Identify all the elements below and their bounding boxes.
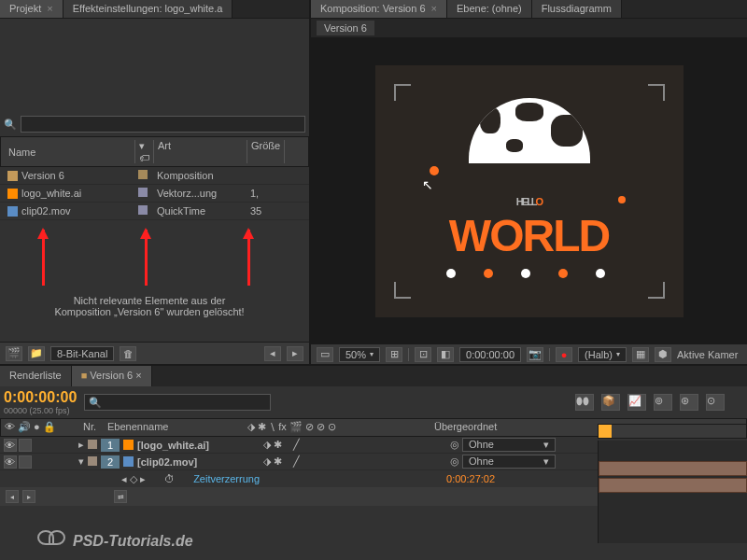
effect-controls-tab[interactable]: Effekteinstellungen: logo_white.a	[63, 0, 233, 18]
project-columns-header: Name ▾ 🏷 Art Größe	[0, 136, 309, 167]
timeline-tracks[interactable]	[598, 441, 747, 543]
ai-file-icon	[123, 440, 134, 450]
mask-button[interactable]: ◧	[437, 347, 454, 362]
expand-icon[interactable]: ▸	[75, 439, 88, 451]
timeline-comp-tab[interactable]: ■ Version 6 ×	[72, 366, 152, 386]
prev-key-button[interactable]: ◂	[6, 490, 19, 503]
quality-dropdown[interactable]: (Halb)	[578, 347, 627, 362]
expand-icon[interactable]: ▾	[75, 455, 88, 468]
zoom-dropdown[interactable]: 50%	[339, 347, 380, 362]
cursor-icon: ↖	[422, 177, 433, 192]
render-queue-tab[interactable]: Renderliste	[0, 366, 72, 386]
ai-file-icon	[7, 189, 18, 199]
viewer-timecode[interactable]: 0:00:00:00	[459, 347, 521, 362]
layer-tab[interactable]: Ebene: (ohne)	[447, 0, 532, 18]
resolution-button[interactable]: ⊞	[386, 347, 402, 362]
project-tab[interactable]: Projekt×	[0, 0, 63, 18]
butterfly-icon	[37, 530, 65, 553]
mov-file-icon	[123, 456, 134, 467]
annotation-overlay: Nicht relevante Elemente aus der Komposi…	[0, 220, 309, 342]
project-item[interactable]: Version 6 Komposition	[0, 167, 309, 185]
label-swatch[interactable]	[88, 456, 97, 466]
pickwhip-icon[interactable]: ◎	[450, 439, 459, 450]
next-key-button[interactable]: ▸	[22, 490, 35, 503]
visibility-toggle[interactable]: 👁	[4, 439, 17, 452]
project-footer-toolbar: 🎬 📁 8-Bit-Kanal 🗑 ◂ ▸	[0, 342, 309, 364]
lock-toggle[interactable]	[19, 439, 32, 452]
delete-button[interactable]: 🗑	[120, 346, 136, 361]
brainstorm-button[interactable]: ⊛	[680, 394, 698, 411]
preview-content: HELLO WORLD ↖	[375, 65, 684, 317]
col-header-tag[interactable]: ▾ 🏷	[135, 140, 154, 163]
col-header-size[interactable]: Größe	[247, 140, 285, 163]
layer-number: 2	[101, 455, 120, 469]
graph-button[interactable]: 📈	[627, 394, 646, 411]
composition-icon	[7, 171, 18, 181]
timeline-search-input[interactable]	[84, 394, 271, 411]
visibility-header: 👁 🔊 ● 🔒	[1, 421, 76, 434]
lock-toggle[interactable]	[19, 455, 32, 469]
composition-tab[interactable]: Komposition: Version 6×	[311, 0, 447, 18]
timeline-ruler[interactable]	[598, 424, 747, 439]
camera-label[interactable]: Aktive Kamer	[677, 349, 738, 360]
stopwatch-icon[interactable]: ⏱	[164, 473, 175, 484]
close-icon[interactable]: ×	[133, 370, 141, 381]
current-timecode[interactable]: 0:00:00:00	[4, 389, 77, 406]
parent-dropdown[interactable]: Ohne▾	[462, 438, 556, 452]
region-button[interactable]: ▭	[317, 347, 333, 362]
interpret-footage-button[interactable]: 🎬	[6, 346, 22, 361]
col-header-name[interactable]: Name	[5, 140, 135, 163]
switches-header: ⬗ ✱ ∖ fx 🎬 ⊘ ⊘ ⊙	[244, 421, 430, 434]
layer-switches[interactable]: ⬗ ✱ ╱	[260, 455, 446, 468]
layer-name-header[interactable]: Ebenenname	[104, 421, 244, 434]
scroll-right-button[interactable]: ▸	[287, 346, 303, 361]
visibility-toggle[interactable]: 👁	[4, 455, 17, 469]
bitdepth-button[interactable]: 8-Bit-Kanal	[50, 346, 114, 361]
comp-breadcrumb[interactable]: Version 6	[317, 21, 374, 35]
close-icon[interactable]: ×	[47, 3, 52, 14]
col-header-type[interactable]: Art	[154, 140, 247, 163]
project-search-input[interactable]	[21, 116, 305, 133]
3d-button[interactable]: ⬢	[655, 347, 671, 362]
draft3d-button[interactable]: ⬮⬮	[575, 394, 594, 411]
flowchart-tab[interactable]: Flussdiagramm	[532, 0, 622, 18]
motion-blur-button[interactable]: ⊚	[654, 394, 672, 411]
toggle-switches-button[interactable]: ⇄	[114, 490, 127, 503]
snapshot-button[interactable]: 📷	[527, 347, 543, 362]
mov-file-icon	[7, 206, 18, 217]
label-swatch[interactable]	[88, 440, 97, 449]
layer-number-header[interactable]: Nr.	[76, 421, 104, 434]
keyframe-nav[interactable]: ◂ ◇ ▸	[121, 473, 146, 485]
project-item[interactable]: logo_white.ai Vektorz...ung 1,	[0, 185, 309, 203]
close-icon[interactable]: ×	[431, 3, 437, 14]
label-swatch[interactable]	[138, 188, 148, 197]
fps-label: 00000 (25.00 fps)	[4, 406, 77, 415]
parent-header[interactable]: Übergeordnet	[430, 421, 561, 434]
transparency-button[interactable]: ▦	[632, 347, 649, 362]
layer-switches[interactable]: ⬗ ✱ ╱	[260, 439, 446, 451]
search-icon: 🔍	[4, 119, 17, 131]
label-swatch[interactable]	[138, 205, 148, 215]
viewer-toolbar: ▭ 50% ⊞ ⊡ ◧ 0:00:00:00 📷 ● (Halb) ▦ ⬢ Ak…	[311, 343, 747, 364]
scroll-left-button[interactable]: ◂	[264, 346, 281, 361]
time-remap-value[interactable]: 0:00:27:02	[446, 473, 495, 484]
auto-keyframe-button[interactable]: ⊙	[706, 394, 725, 411]
time-remap-property[interactable]: Zeitverzerrung	[193, 473, 260, 484]
watermark: PSD-Tutorials.de	[37, 530, 193, 553]
channel-button[interactable]: ●	[556, 347, 572, 362]
project-item[interactable]: clip02.mov QuickTime 35	[0, 203, 309, 220]
pickwhip-icon[interactable]: ◎	[450, 455, 459, 467]
grid-button[interactable]: ⊡	[415, 347, 431, 362]
composition-viewer[interactable]: HELLO WORLD ↖	[311, 38, 747, 343]
new-folder-button[interactable]: 📁	[28, 346, 45, 361]
box-button[interactable]: 📦	[601, 394, 620, 411]
label-swatch[interactable]	[138, 170, 148, 179]
parent-dropdown[interactable]: Ohne▾	[462, 455, 556, 469]
layer-number: 1	[101, 439, 120, 452]
